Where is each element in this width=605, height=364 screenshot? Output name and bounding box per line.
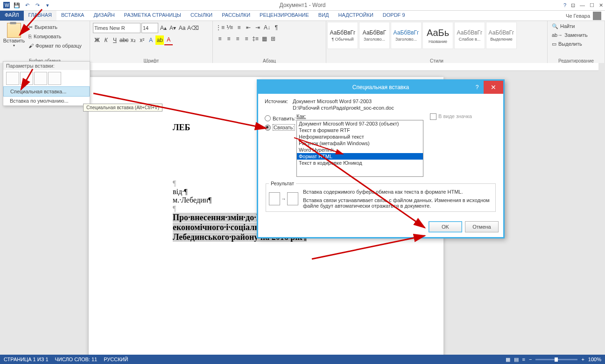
redo-icon[interactable]: ↷ (33, 1, 42, 9)
style-0[interactable]: АаБбВвГг¶ Обычный (327, 22, 358, 49)
qat-more-icon[interactable]: ▾ (43, 1, 52, 9)
text-effects-icon[interactable]: A (147, 35, 155, 45)
replace-button[interactable]: ab→Заменить (550, 31, 602, 39)
font-color-icon[interactable]: A (164, 35, 173, 45)
help-icon[interactable]: ? (563, 2, 566, 8)
as-label: Как: (296, 113, 306, 119)
zoom-out-icon[interactable]: − (529, 357, 532, 362)
tab-layout[interactable]: РАЗМЕТКА СТРАНИЦЫ (120, 11, 186, 21)
bullets-icon[interactable]: ⋮≡ (216, 23, 225, 32)
status-words[interactable]: ЧИСЛО СЛОВ: 11 (55, 357, 98, 362)
paste-opt-picture[interactable] (34, 72, 47, 85)
font-size-combo[interactable]: 14 (141, 23, 158, 33)
source-line1: Документ Microsoft Word 97-2003 (293, 98, 372, 104)
tab-insert[interactable]: ВСТАВКА (56, 11, 89, 21)
multilevel-icon[interactable]: ≡ (235, 23, 243, 32)
copy-button[interactable]: ⎘Копировать (27, 32, 83, 41)
zoom-slider[interactable] (535, 359, 577, 360)
tab-review[interactable]: РЕЦЕНЗИРОВАНИЕ (255, 11, 314, 21)
list-item[interactable]: Формат HTML (297, 153, 423, 160)
list-item[interactable]: Текст в формате RTF (297, 127, 423, 133)
user-name[interactable]: Че Гевара (566, 13, 590, 19)
tab-design[interactable]: ДИЗАЙН (89, 11, 119, 21)
line-spacing-icon[interactable]: ‡≡ (251, 34, 260, 43)
grow-font-icon[interactable]: A▴ (159, 23, 168, 33)
change-case-icon[interactable]: Aa (178, 23, 186, 33)
tab-home[interactable]: ГЛАВНАЯ (24, 11, 56, 21)
status-page[interactable]: СТРАНИЦА 1 ИЗ 1 (4, 357, 49, 362)
undo-icon[interactable]: ↶ (22, 1, 32, 9)
radio-insert[interactable]: Вставить: (265, 115, 296, 121)
radio-link[interactable]: Связать: (265, 124, 296, 131)
style-5[interactable]: АаБбВвГгВыделение (486, 22, 517, 49)
select-button[interactable]: ▭Выделить (550, 40, 602, 48)
dialog-help-button[interactable]: ? (471, 81, 484, 94)
borders-icon[interactable]: ⊞ (269, 34, 277, 43)
paste-special-item[interactable]: Специальная вставка... (3, 86, 90, 97)
decrease-indent-icon[interactable]: ⇤ (244, 23, 253, 32)
close-icon[interactable]: ✕ (599, 2, 603, 8)
numbering-icon[interactable]: ⅟≡ (225, 23, 234, 32)
underline-button[interactable]: Ч (111, 35, 119, 45)
paste-button[interactable]: Вставить ▾ (3, 22, 25, 56)
list-item[interactable]: Рисунок (метафайл Windows) (297, 140, 423, 147)
increase-indent-icon[interactable]: ⇥ (253, 23, 262, 32)
tab-view[interactable]: ВИД (314, 11, 334, 21)
horizontal-ruler[interactable] (89, 63, 598, 71)
subscript-button[interactable]: x₂ (129, 35, 137, 45)
tab-references[interactable]: ССЫЛКИ (186, 11, 217, 21)
cancel-button[interactable]: Отмена (465, 221, 499, 232)
cut-button[interactable]: ✂Вырезать (27, 23, 83, 31)
word-icon: W (2, 1, 11, 9)
highlight-icon[interactable]: ab (155, 35, 164, 45)
tab-dopdf[interactable]: doPDF 9 (378, 11, 410, 21)
clear-format-icon[interactable]: A⌫ (187, 23, 199, 33)
paste-opt-merge[interactable] (20, 72, 33, 85)
align-left-icon[interactable]: ≡ (216, 34, 224, 43)
strike-button[interactable]: abc (120, 35, 128, 45)
find-button[interactable]: 🔍Найти (550, 22, 602, 30)
tab-mailings[interactable]: РАССЫЛКИ (217, 11, 255, 21)
search-icon: 🔍 (552, 23, 558, 29)
paste-opt-keep-source[interactable] (6, 72, 19, 85)
superscript-button[interactable]: x² (138, 35, 146, 45)
list-item[interactable]: Документ Microsoft Word 97-2003 (объект) (297, 120, 423, 127)
paste-default-item[interactable]: Вставка по умолчанию... (3, 96, 90, 105)
list-item[interactable]: Word Hyperlink (297, 147, 423, 153)
view-web-icon[interactable]: ≡ (522, 357, 525, 362)
ribbon-display-icon[interactable]: ⊡ (571, 2, 575, 8)
view-print-icon[interactable]: ▤ (514, 357, 519, 363)
tab-file[interactable]: ФАЙЛ (0, 11, 24, 21)
italic-button[interactable]: К (102, 35, 110, 45)
minimize-icon[interactable]: — (580, 2, 585, 8)
shrink-font-icon[interactable]: A▾ (169, 23, 177, 33)
status-language[interactable]: РУССКИЙ (104, 357, 128, 362)
maximize-icon[interactable]: ☐ (590, 2, 594, 8)
style-4[interactable]: АаБбВвГгСлабое в... (454, 22, 485, 49)
style-3[interactable]: АаБьНазвание (422, 22, 453, 49)
font-name-combo[interactable]: Times New R (93, 23, 141, 33)
style-1[interactable]: АаБбВвГЗаголово... (359, 22, 390, 49)
save-icon[interactable]: 💾 (12, 1, 21, 9)
bold-button[interactable]: Ж (93, 35, 101, 45)
justify-icon[interactable]: ≡ (242, 34, 251, 43)
zoom-level[interactable]: 100% (588, 357, 601, 362)
ok-button[interactable]: OK (429, 221, 462, 232)
as-icon-checkbox[interactable] (430, 113, 436, 120)
list-item[interactable]: Неформатированный текст (297, 133, 423, 140)
style-2[interactable]: АаБбВвГгЗаголово... (391, 22, 422, 49)
format-listbox[interactable]: Документ Microsoft Word 97-2003 (объект)… (296, 120, 423, 177)
align-right-icon[interactable]: ≡ (233, 34, 242, 43)
paste-opt-text[interactable] (48, 72, 61, 85)
avatar[interactable] (593, 12, 601, 20)
zoom-in-icon[interactable]: + (581, 357, 584, 362)
tab-addons[interactable]: НАДСТРОЙКИ (334, 11, 378, 21)
dialog-close-button[interactable]: ✕ (484, 81, 503, 94)
sort-icon[interactable]: A↓ (263, 23, 271, 32)
view-read-icon[interactable]: ▦ (506, 357, 510, 363)
format-painter-button[interactable]: 🖌Формат по образцу (27, 42, 83, 50)
list-item[interactable]: Текст в кодировке Юникод (297, 160, 423, 166)
shading-icon[interactable]: ▦ (260, 34, 268, 43)
show-marks-icon[interactable]: ¶ (272, 23, 281, 32)
align-center-icon[interactable]: ≡ (225, 34, 233, 43)
